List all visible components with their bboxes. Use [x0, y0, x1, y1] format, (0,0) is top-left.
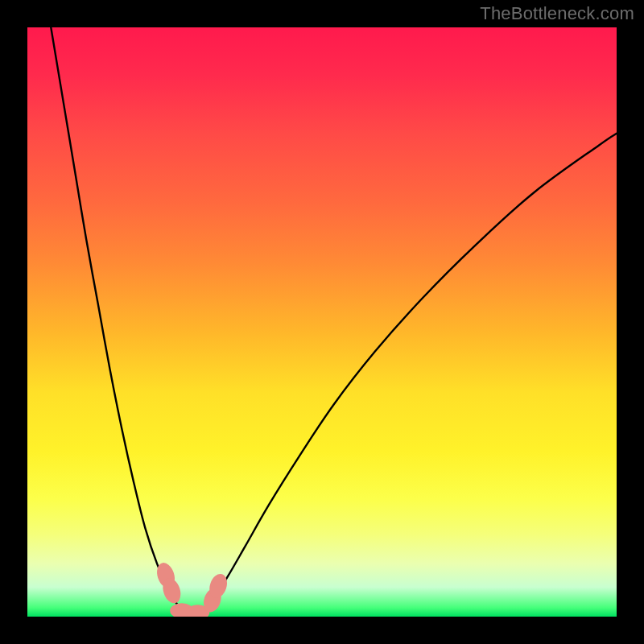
- watermark-text: TheBottleneck.com: [480, 3, 634, 24]
- curve-left-branch: [51, 27, 192, 616]
- plot-area: [27, 27, 617, 617]
- outer-frame: TheBottleneck.com: [0, 0, 644, 644]
- curve-right-branch: [192, 134, 617, 616]
- marker-group: [154, 560, 229, 617]
- bottleneck-curve-svg: [27, 27, 617, 617]
- curve-group: [51, 27, 617, 616]
